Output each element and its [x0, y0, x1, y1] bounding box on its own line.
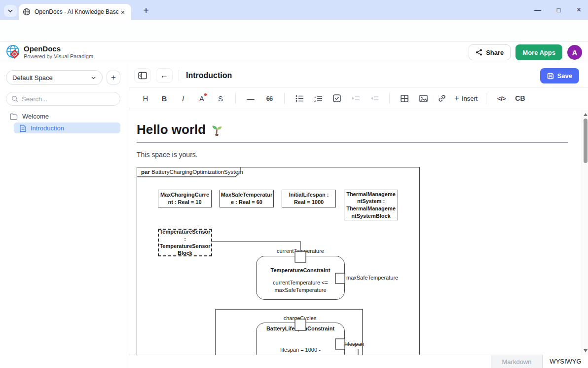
diagram-frame-label: par BatteryChargingOptimizationSystem	[141, 169, 243, 175]
battery-constraint-box: BatteryLifespanConstraint lifespan = 100…	[256, 323, 345, 355]
port-label: currentTemperature	[263, 248, 337, 254]
divider	[486, 93, 486, 104]
back-arrow-icon: ←	[160, 71, 169, 81]
app-name: OpenDocs	[24, 44, 93, 53]
constraint-name: TemperatureConstraint	[263, 267, 337, 274]
window-close-icon[interactable]: ×	[577, 5, 581, 14]
sensor-part-box: TemperatureSensor : TemperatureSensorBlo…	[158, 229, 212, 256]
search-input[interactable]	[22, 95, 106, 103]
share-button[interactable]: Share	[469, 44, 511, 60]
scrollbar-thumb[interactable]	[584, 119, 588, 163]
insert-image-button[interactable]	[417, 91, 430, 105]
folder-icon	[10, 113, 18, 120]
font-color-button[interactable]: A	[195, 91, 208, 105]
opendocs-logo-icon	[5, 44, 22, 61]
divider	[389, 93, 390, 104]
toggle-sidebar-button[interactable]	[134, 68, 151, 83]
temperature-constraint-box: TemperatureConstraint currentTemperature…	[256, 256, 345, 300]
document-icon	[20, 124, 26, 132]
editor-content[interactable]: Hello world This space is yours. par Bat…	[129, 110, 588, 355]
visual-paradigm-link[interactable]: Visual Paradigm	[54, 53, 93, 59]
checkbox-icon	[333, 94, 341, 102]
svg-text:2: 2	[314, 99, 316, 102]
bullet-list-button[interactable]	[293, 91, 306, 105]
scroll-up-icon[interactable]	[583, 111, 588, 118]
save-button[interactable]: Save	[540, 68, 579, 83]
space-selector-value: Default Space	[12, 74, 53, 82]
constraint-expression: currentTemperature <= maxSafeTemperature	[264, 279, 337, 294]
space-selector[interactable]: Default Space	[6, 70, 103, 85]
seedling-emoji	[211, 123, 223, 136]
task-list-button[interactable]	[331, 91, 343, 105]
constraint-expression: lifespan = 1000 - (chargeRate *	[266, 346, 334, 355]
scroll-down-icon[interactable]	[583, 347, 588, 354]
tab-title: OpenDocs - AI Knowledge Base	[35, 8, 118, 15]
add-page-button[interactable]: +	[107, 71, 120, 84]
bullet-list-icon	[295, 95, 304, 102]
font-color-glyph: A	[199, 94, 204, 103]
inline-code-button[interactable]: </>	[495, 91, 508, 105]
strikethrough-button[interactable]: S	[214, 91, 227, 105]
window-minimize-icon[interactable]: —	[534, 6, 541, 14]
constant-box: MaxSafeTemperature : Real = 60	[220, 190, 274, 207]
constant-box: MaxChargingCurrent : Real = 10	[158, 190, 212, 207]
formatting-toolbar: H B I A S — 66 1 2	[129, 88, 588, 109]
browser-navbar: ← → ↻ ai-toolbox.visual-paradigm.com/app…	[0, 20, 588, 41]
parametric-diagram[interactable]: par BatteryChargingOptimizationSystem Ma…	[137, 167, 420, 355]
page-title[interactable]: Hello world	[137, 122, 588, 137]
wysiwyg-mode-button[interactable]: WYSIWYG	[543, 355, 588, 368]
insert-label: Insert	[462, 95, 478, 102]
plus-icon: +	[454, 93, 459, 103]
color-dot	[204, 93, 207, 96]
indent-button[interactable]	[349, 91, 362, 105]
blockquote-button[interactable]: 66	[263, 91, 276, 105]
chevron-down-icon	[7, 8, 13, 14]
panel-toggle-icon	[138, 72, 147, 80]
table-icon	[401, 95, 408, 102]
port-label: maxSafeTemperature	[346, 275, 398, 281]
app-user-avatar[interactable]: A	[567, 45, 582, 60]
new-tab-button[interactable]: +	[139, 4, 153, 16]
tab-search-button[interactable]	[4, 5, 17, 17]
tab-close-icon[interactable]: ×	[118, 8, 127, 16]
svg-text:1: 1	[314, 95, 316, 98]
page-paragraph[interactable]: This space is yours.	[137, 151, 588, 159]
divider	[179, 70, 179, 81]
sidebar-item-welcome[interactable]: Welcome	[10, 113, 49, 120]
heading-button[interactable]: H	[139, 91, 152, 105]
page-title-text: Hello world	[137, 122, 206, 137]
scrollbar[interactable]	[582, 110, 588, 355]
browser-tab[interactable]: OpenDocs - AI Knowledge Base ×	[19, 4, 131, 20]
more-apps-button[interactable]: More Apps	[515, 44, 562, 60]
back-button[interactable]: ←	[156, 68, 173, 83]
powered-by: Powered by Visual Paradigm	[24, 53, 93, 59]
window-maximize-icon[interactable]: □	[557, 6, 561, 14]
constant-box: InitialLifespan : Real = 1000	[282, 190, 336, 207]
sidebar: Default Space + Welcome Introduction	[0, 63, 129, 368]
numbered-list-button[interactable]: 1 2	[312, 91, 325, 105]
horizontal-rule-button[interactable]: —	[244, 91, 257, 105]
save-floppy-icon	[547, 73, 554, 80]
port-label: lifespan	[345, 341, 364, 347]
app-header: OpenDocs Powered by Visual Paradigm Shar…	[0, 41, 588, 63]
save-label: Save	[557, 72, 572, 80]
chevron-down-icon	[91, 75, 96, 81]
outdent-icon	[370, 95, 379, 102]
frame-keyword: par	[141, 169, 150, 175]
insert-link-button[interactable]	[436, 91, 448, 105]
sidebar-search[interactable]	[6, 92, 120, 106]
outdent-button[interactable]	[368, 91, 381, 105]
link-icon	[438, 94, 446, 102]
sidebar-item-label: Welcome	[22, 113, 49, 120]
indent-icon	[352, 95, 360, 102]
sidebar-item-introduction[interactable]: Introduction	[14, 123, 120, 133]
markdown-mode-button[interactable]: Markdown	[491, 355, 543, 368]
constant-box: ThermalManagementSystem : ThermalManagem…	[344, 190, 398, 220]
share-icon	[476, 49, 482, 56]
bold-button[interactable]: B	[158, 91, 171, 105]
insert-button[interactable]: + Insert	[454, 93, 478, 103]
insert-table-button[interactable]	[398, 91, 411, 105]
code-block-button[interactable]: CB	[514, 91, 526, 105]
port-label: chargeCycles	[263, 315, 337, 321]
italic-button[interactable]: I	[177, 91, 189, 105]
